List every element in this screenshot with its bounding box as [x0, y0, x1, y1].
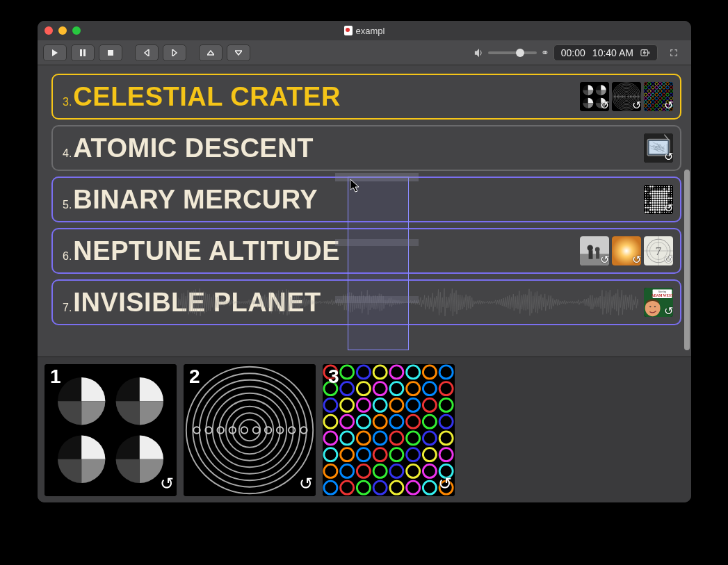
track-title: NEPTUNE ALTITUDE [73, 236, 340, 266]
svg-point-218 [661, 202, 663, 204]
svg-point-182 [661, 195, 663, 197]
tray-item-pies[interactable]: 1↺ [45, 364, 177, 496]
track-thumb-adamwest[interactable]: Starring ADAM WEST ↺ [644, 288, 673, 317]
svg-point-157 [658, 190, 661, 193]
track-thumb-tv[interactable]: ↺ [644, 133, 673, 163]
tray-number: 3 [328, 366, 339, 388]
svg-point-209 [668, 200, 669, 201]
track-number: 3. [63, 96, 72, 113]
svg-point-254 [661, 209, 663, 211]
svg-point-204 [656, 199, 658, 202]
status-time-box: 00:00 10:40 AM [553, 44, 658, 61]
track-thumbs: ↺ ↺ 7 ↺ [580, 236, 673, 265]
svg-point-187 [645, 198, 646, 199]
svg-point-145 [659, 188, 660, 189]
loop-badge-icon: ↺ [600, 256, 608, 265]
svg-point-261 [650, 212, 651, 213]
volume-slider[interactable] [488, 51, 537, 54]
svg-point-161 [668, 190, 670, 193]
svg-text:7: 7 [656, 244, 662, 258]
link-icon[interactable]: ⚭ [541, 47, 549, 58]
svg-point-264 [657, 212, 658, 213]
svg-point-184 [666, 195, 668, 197]
svg-marker-0 [52, 49, 58, 56]
svg-point-164 [647, 193, 648, 194]
track-thumb-dots[interactable]: ↺ [644, 185, 673, 214]
track-thumb-countdown[interactable]: 7 ↺ [644, 236, 673, 265]
tray-item-mosaic[interactable]: 3↺ [323, 364, 455, 496]
svg-point-155 [654, 190, 656, 193]
svg-point-167 [654, 193, 656, 195]
svg-point-201 [650, 200, 651, 201]
svg-point-174 [671, 193, 672, 194]
svg-rect-274 [589, 250, 593, 259]
svg-point-142 [652, 188, 653, 189]
battery-icon [640, 48, 650, 58]
elapsed-time: 00:00 [561, 47, 585, 58]
svg-marker-8 [475, 48, 479, 56]
track-thumbs: ↺ [644, 185, 673, 214]
svg-point-208 [666, 199, 668, 202]
tray-item-rings[interactable]: 2↺ [184, 364, 316, 496]
maximize-button[interactable] [72, 26, 81, 35]
loop-badge-icon: ↺ [160, 474, 174, 493]
track-thumbs: Starring ADAM WEST ↺ [644, 288, 673, 317]
track-thumb-rings[interactable]: ↺ [612, 82, 641, 111]
track-thumb-sun[interactable]: ↺ [612, 236, 641, 265]
svg-point-253 [658, 209, 661, 211]
next-button[interactable] [163, 44, 186, 61]
svg-rect-1 [80, 49, 82, 56]
svg-rect-276 [596, 251, 599, 259]
svg-point-241 [658, 207, 661, 209]
volume-control[interactable] [474, 48, 537, 58]
track-row[interactable]: 5. BINARY MERCURY ↺ [51, 177, 681, 222]
svg-text:ADAM WEST: ADAM WEST [652, 294, 673, 297]
svg-point-185 [668, 195, 669, 196]
svg-rect-292 [45, 364, 177, 496]
track-thumb-photo[interactable]: ↺ [580, 236, 609, 265]
track-number: 5. [63, 199, 72, 215]
svg-point-172 [666, 193, 668, 195]
volume-thumb[interactable] [516, 49, 524, 57]
loop-badge-icon: ↺ [664, 154, 672, 162]
svg-point-149 [668, 188, 670, 190]
svg-point-189 [650, 198, 651, 199]
tray-number: 1 [50, 366, 61, 388]
track-row[interactable]: 3. CELESTIAL CRATER ↺↺↺ [51, 74, 681, 120]
track-row[interactable]: 4. ATOMIC DESCENT ↺ [51, 125, 681, 171]
stop-button[interactable] [99, 44, 122, 61]
svg-point-273 [588, 245, 593, 251]
track-row[interactable]: 7. INVISIBLE PLANET Starring ADAM WEST ↺ [51, 279, 681, 325]
svg-point-148 [666, 188, 667, 189]
svg-point-173 [668, 193, 669, 194]
svg-point-214 [652, 202, 654, 204]
track-list[interactable]: 3. CELESTIAL CRATER ↺↺↺ 4. [38, 65, 691, 357]
track-title: ATOMIC DESCENT [73, 133, 314, 163]
svg-point-179 [654, 195, 656, 197]
svg-point-225 [650, 205, 651, 206]
waveform [178, 288, 638, 317]
svg-point-181 [658, 195, 661, 197]
svg-point-154 [652, 190, 654, 193]
track-thumb-mosaic[interactable]: ↺ [644, 82, 673, 111]
minimize-button[interactable] [58, 26, 67, 35]
svg-point-249 [649, 209, 652, 211]
svg-rect-10 [648, 51, 649, 54]
track-thumb-pies[interactable]: ↺ [580, 82, 609, 111]
close-button[interactable] [45, 26, 53, 35]
svg-point-226 [652, 204, 654, 206]
pause-button[interactable] [71, 44, 95, 61]
play-button[interactable] [43, 44, 67, 61]
svg-point-194 [661, 197, 663, 199]
svg-point-143 [654, 188, 655, 189]
prev-button[interactable] [135, 44, 159, 61]
svg-point-223 [645, 205, 646, 206]
svg-point-195 [663, 197, 665, 199]
up-button[interactable] [199, 44, 223, 61]
down-button[interactable] [227, 44, 250, 61]
vertical-scrollbar[interactable] [684, 170, 690, 350]
svg-point-176 [647, 195, 648, 196]
svg-point-188 [647, 198, 648, 199]
track-row[interactable]: 6. NEPTUNE ALTITUDE ↺ ↺ 7 ↺ [51, 228, 681, 274]
fullscreen-button[interactable] [662, 44, 686, 61]
